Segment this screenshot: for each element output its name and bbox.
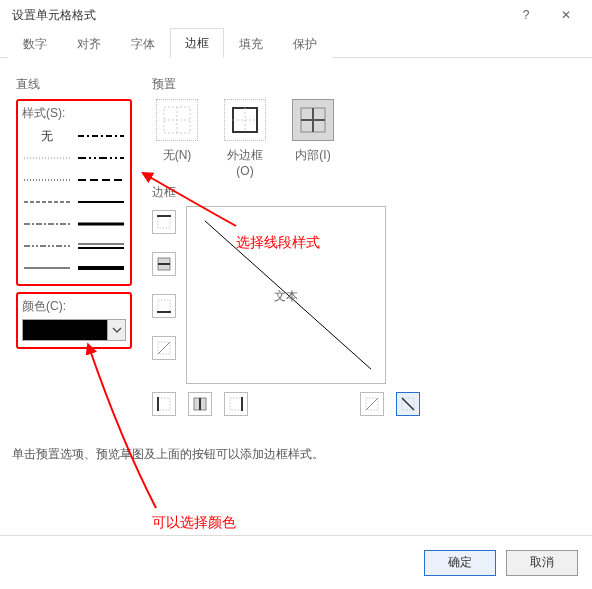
color-dropdown[interactable] (22, 319, 126, 341)
svg-rect-36 (230, 398, 242, 410)
svg-rect-23 (158, 216, 170, 228)
line-style-5[interactable] (76, 170, 126, 190)
color-swatch (23, 320, 107, 340)
tab-border[interactable]: 边框 (170, 28, 224, 58)
line-style-11[interactable] (76, 236, 126, 256)
annotation-arrow-2 (82, 342, 162, 512)
tab-font[interactable]: 字体 (116, 29, 170, 58)
border-top-button[interactable] (152, 210, 176, 234)
line-style-7[interactable] (76, 192, 126, 212)
border-preview[interactable]: 文本 (186, 206, 386, 384)
color-label: 颜色(C): (22, 298, 126, 315)
border-group: 边框 (152, 184, 176, 207)
side-buttons-left (152, 210, 176, 360)
line-group: 直线 样式(S): 无 颜色(C): (16, 76, 136, 349)
color-box: 颜色(C): (16, 292, 132, 349)
tab-fill[interactable]: 填充 (224, 29, 278, 58)
annotation-color: 可以选择颜色 (152, 514, 236, 532)
line-style-4[interactable] (22, 170, 72, 190)
help-button[interactable]: ? (506, 1, 546, 29)
border-right-button[interactable] (224, 392, 248, 416)
border-left-button[interactable] (152, 392, 176, 416)
tab-bar: 数字 对齐 字体 边框 填充 保护 (0, 30, 592, 58)
svg-line-41 (402, 398, 414, 410)
line-group-label: 直线 (16, 76, 136, 93)
preset-outer-label: 外边框(O) (220, 147, 270, 178)
line-style-1[interactable] (76, 126, 126, 146)
border-vmid-button[interactable] (188, 392, 212, 416)
preset-inner[interactable] (292, 99, 334, 141)
window-title: 设置单元格格式 (6, 7, 506, 24)
bottom-buttons (152, 392, 420, 416)
tab-protect[interactable]: 保护 (278, 29, 332, 58)
border-group-label: 边框 (152, 184, 176, 201)
preset-group-label: 预置 (152, 76, 338, 93)
border-hmid-button[interactable] (152, 252, 176, 276)
line-style-9[interactable] (76, 214, 126, 234)
line-style-none[interactable]: 无 (22, 126, 72, 146)
line-style-12[interactable] (22, 258, 72, 278)
cancel-button[interactable]: 取消 (506, 550, 578, 576)
tab-number[interactable]: 数字 (8, 29, 62, 58)
svg-line-30 (158, 342, 170, 354)
preset-none[interactable] (156, 99, 198, 141)
style-box: 样式(S): 无 (16, 99, 132, 286)
line-style-6[interactable] (22, 192, 72, 212)
style-grid: 无 (22, 126, 126, 278)
border-diag-bltr-button[interactable] (360, 392, 384, 416)
line-style-3[interactable] (76, 148, 126, 168)
tab-align[interactable]: 对齐 (62, 29, 116, 58)
preset-inner-label: 内部(I) (288, 147, 338, 164)
titlebar: 设置单元格格式 ? ✕ (0, 0, 592, 30)
preset-outer[interactable] (224, 99, 266, 141)
chevron-down-icon (107, 320, 125, 340)
ok-button[interactable]: 确定 (424, 550, 496, 576)
line-style-2[interactable] (22, 148, 72, 168)
preset-group: 预置 无(N) 外边框(O) 内部(I) (152, 76, 338, 178)
border-diag-tlbr-button[interactable] (152, 336, 176, 360)
line-style-8[interactable] (22, 214, 72, 234)
preset-none-label: 无(N) (152, 147, 202, 164)
content-area: 直线 样式(S): 无 颜色(C): (0, 58, 592, 534)
line-style-10[interactable] (22, 236, 72, 256)
close-button[interactable]: ✕ (546, 1, 586, 29)
hint-text: 单击预置选项、预览草图及上面的按钮可以添加边框样式。 (12, 446, 324, 463)
svg-rect-32 (158, 398, 170, 410)
preview-text-svg: 文本 (274, 289, 298, 303)
style-label: 样式(S): (22, 105, 126, 122)
footer: 确定 取消 (0, 535, 592, 589)
border-diag-active-button[interactable] (396, 392, 420, 416)
svg-line-39 (366, 398, 378, 410)
line-style-13[interactable] (76, 258, 126, 278)
svg-rect-27 (158, 300, 170, 312)
border-bottom-button[interactable] (152, 294, 176, 318)
